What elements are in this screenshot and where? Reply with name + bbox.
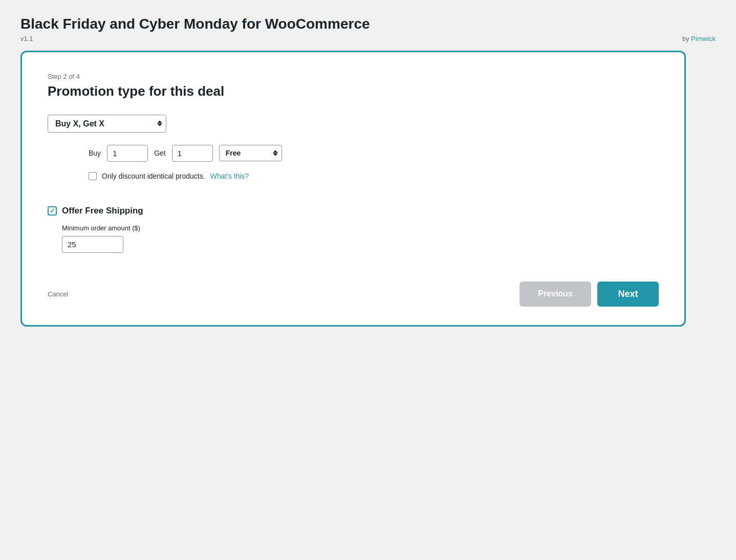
get-label: Get [154, 149, 166, 157]
checkmark-icon: ✓ [50, 207, 55, 214]
promotion-type-select[interactable]: Buy X, Get X Percentage Discount Fixed A… [48, 115, 166, 133]
type-select[interactable]: Free % Discount $ Discount [219, 145, 282, 161]
identical-products-row: Only discount identical products. What's… [89, 172, 659, 180]
cancel-button[interactable]: Cancel [48, 290, 68, 298]
footer-buttons: Previous Next [519, 282, 659, 307]
author-link[interactable]: Pimwick [691, 35, 716, 42]
card-footer: Cancel Previous Next [48, 273, 659, 307]
promotion-type-section: Buy X, Get X Percentage Discount Fixed A… [48, 115, 659, 133]
minimum-order-label: Minimum order amount ($) [62, 224, 659, 232]
page-title: Black Friday and Cyber Monday for WooCom… [20, 15, 716, 33]
author-text: by Pimwick [682, 35, 716, 42]
page-header: Black Friday and Cyber Monday for WooCom… [20, 15, 716, 42]
page-meta: v1.1 by Pimwick [20, 35, 716, 42]
offer-shipping-title: Offer Free Shipping [62, 206, 143, 216]
offer-shipping-header: ✓ Offer Free Shipping [48, 206, 659, 216]
whats-this-link[interactable]: What's this? [210, 172, 249, 180]
offer-shipping-section: ✓ Offer Free Shipping Minimum order amou… [48, 206, 659, 253]
version-text: v1.1 [20, 35, 33, 42]
next-button[interactable]: Next [597, 282, 659, 307]
identical-products-label: Only discount identical products. [102, 172, 205, 180]
minimum-order-input[interactable] [62, 236, 123, 253]
offer-shipping-checkbox[interactable]: ✓ [48, 206, 57, 216]
buy-label: Buy [89, 149, 101, 157]
section-title: Promotion type for this deal [48, 83, 659, 99]
previous-button[interactable]: Previous [519, 282, 591, 307]
promotion-type-select-wrap: Buy X, Get X Percentage Discount Fixed A… [48, 115, 166, 133]
get-input[interactable] [172, 145, 213, 162]
buy-get-row: Buy Get Free % Discount $ Discount [89, 145, 659, 162]
main-card: Step 2 of 4 Promotion type for this deal… [20, 51, 686, 327]
free-select-wrapper: Free % Discount $ Discount [219, 145, 282, 161]
identical-products-checkbox[interactable] [89, 172, 97, 180]
step-label: Step 2 of 4 [48, 73, 659, 80]
buy-input[interactable] [107, 145, 148, 162]
